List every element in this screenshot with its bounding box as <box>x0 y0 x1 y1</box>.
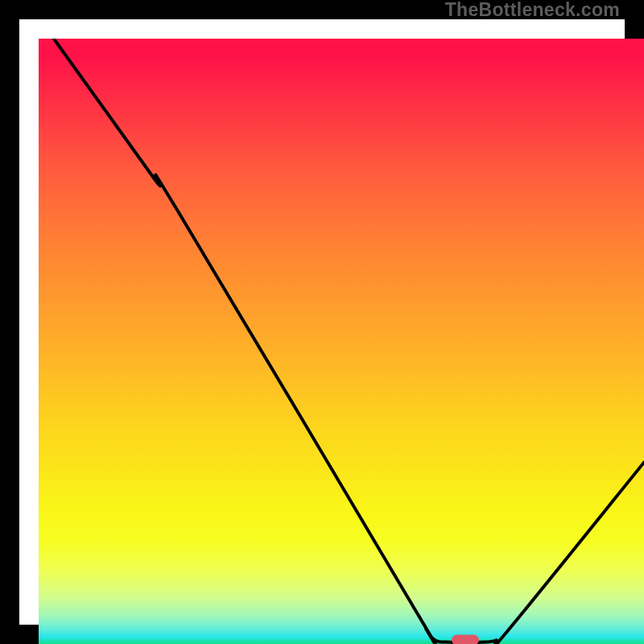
watermark-text: TheBottleneck.com <box>445 0 620 21</box>
marker-pill <box>452 634 479 644</box>
plot-area <box>39 39 644 644</box>
curve-line <box>54 39 644 644</box>
chart-frame <box>0 0 644 644</box>
curve-layer <box>39 39 644 644</box>
